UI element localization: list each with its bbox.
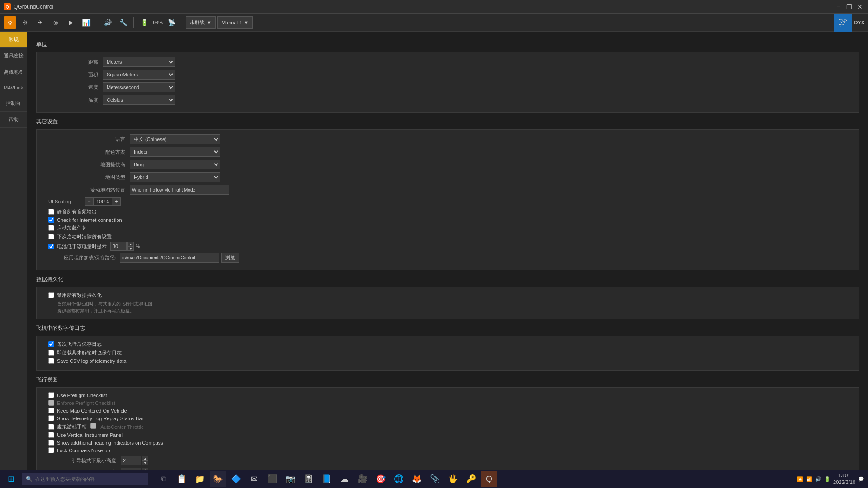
clear-settings-checkbox[interactable] [48,234,54,239]
taskbar-search-box[interactable]: 🔍 [22,473,148,485]
stream-pos-input[interactable] [130,185,229,195]
sidebar-item-help[interactable]: 帮助 [0,112,27,128]
battery-warn-input[interactable] [110,242,127,251]
battery-warn-checkbox[interactable] [48,244,54,249]
mute-button[interactable]: 🔊 [101,16,114,29]
sidebar-item-offline-maps[interactable]: 离线地图 [0,64,27,80]
persistence-section-title: 数据持久化 [36,276,859,283]
main-layout: 常规 通讯连接 离线地图 MAVLink 控制台 帮助 单位 距离 Meters… [0,32,868,470]
telemetry-replay-row: Show Telemetry Log Replay Status Bar [44,415,851,421]
app-taskbar-12[interactable]: 🎯 [373,471,389,487]
disable-persistence-checkbox[interactable] [48,292,54,298]
mute-audio-checkbox[interactable] [48,209,54,215]
area-label: 面积 [44,71,98,78]
speed-select[interactable]: Meters/second Feet/second [103,82,175,92]
lock-compass-checkbox[interactable] [48,447,54,453]
app-taskbar-5[interactable]: ✉ [246,471,262,487]
taskview-button[interactable]: ⧉ [156,471,172,487]
guided-min-down-button[interactable]: ▼ [142,460,148,465]
settings-button[interactable]: ⚙ [18,16,32,29]
map-type-select[interactable]: Hybrid Satellite Street [130,172,220,182]
battery-warn-up-button[interactable]: ▲ [127,242,134,246]
distance-select[interactable]: Meters Feet [103,57,175,67]
app-logo-button[interactable]: Q [4,16,16,29]
lock-button[interactable]: 未解锁 ▼ [186,16,216,29]
map-provider-select[interactable]: Bing Google [130,160,220,169]
wrench-button[interactable]: 🔧 [116,16,130,29]
vehicle-button[interactable]: ✈ [33,16,47,29]
language-row: 语言 中文 (Chinese) English [44,134,851,144]
virtual-joystick-checkbox[interactable] [48,424,54,430]
app-path-input[interactable] [120,253,219,263]
app-taskbar-18[interactable]: Q [481,471,497,487]
app-taskbar-4[interactable]: 🔷 [228,471,244,487]
heading-indicators-checkbox[interactable] [48,440,54,446]
auto-load-checkbox[interactable] [48,225,54,231]
app-taskbar-17[interactable]: 🔑 [463,471,479,487]
sidebar-item-mavlink[interactable]: MAVLink [0,80,27,95]
units-section-box: 距离 Meters Feet 面积 SquareMeters SquareFee… [36,52,859,113]
app-taskbar-8[interactable]: 📓 [300,471,316,487]
start-button[interactable]: ⊞ [4,472,18,486]
analyze-button[interactable]: 📊 [80,16,93,29]
check-internet-checkbox[interactable] [48,217,54,223]
battery-pct-label: % [136,244,140,249]
restore-button[interactable]: ❐ [844,2,854,11]
brand-logo: 🕊 [834,14,852,32]
gps-button[interactable]: 📡 [165,16,178,29]
vertical-panel-checkbox[interactable] [48,432,54,438]
tray-clock[interactable]: 13:01 2022/3/10 [833,472,855,486]
save-unarmed-checkbox[interactable] [48,350,54,356]
telemetry-replay-checkbox[interactable] [48,415,54,421]
sidebar-item-comm[interactable]: 通讯连接 [0,48,27,64]
sidebar-item-general[interactable]: 常规 [0,32,27,48]
flight-view-section-title: 飞行视图 [36,376,859,384]
app-taskbar-7[interactable]: 📷 [282,471,298,487]
color-scheme-select[interactable]: Indoor Outdoor [130,147,220,157]
enforce-preflight-checkbox[interactable] [48,400,54,406]
minimize-button[interactable]: − [834,2,843,11]
app-taskbar-13[interactable]: 🌐 [391,471,407,487]
browse-button[interactable]: 浏览 [221,253,239,263]
scale-plus-button[interactable]: + [112,197,121,206]
save-after-flight-checkbox[interactable] [48,341,54,347]
app-taskbar-6[interactable]: ⬛ [264,471,280,487]
language-select[interactable]: 中文 (Chinese) English [130,134,220,144]
fly-button[interactable]: ▶ [64,16,78,29]
app-taskbar-16[interactable]: 🖐 [445,471,461,487]
titlebar-controls: − ❐ ✕ [834,2,864,11]
app-taskbar-9[interactable]: 📘 [318,471,335,487]
app-taskbar-1[interactable]: 📋 [174,471,190,487]
app-taskbar-10[interactable]: ☁ [336,471,353,487]
units-section-title: 单位 [36,41,859,48]
close-button[interactable]: ✕ [855,2,864,11]
persistence-desc-line1: 当禁用个性地图时，与其相关的飞行日志和地图 [57,300,851,307]
taskbar-apps: ⧉ 📋 📁 🐎 🔷 ✉ ⬛ 📷 📓 📘 ☁ 🎥 🎯 🌐 🦊 📎 🖐 🔑 Q [156,471,497,487]
save-csv-checkbox[interactable] [48,358,54,364]
app-taskbar-3[interactable]: 🐎 [210,471,226,487]
map-centered-checkbox[interactable] [48,408,54,413]
app-taskbar-14[interactable]: 🦊 [409,471,425,487]
virtual-joystick-row: 虚拟游戏手柄 AutoCenter Throttle [44,423,851,430]
autocenter-throttle-icon: AutoCenter Throttle [90,423,144,430]
ui-scaling-row: UI Scaling − 100% + [44,197,851,206]
area-select[interactable]: SquareMeters SquareFeet [103,70,175,80]
temp-select[interactable]: Celsius Fahrenheit [103,95,175,105]
guided-min-up-button[interactable]: ▲ [142,456,148,460]
tray-time: 13:01 [833,472,855,479]
plan-button[interactable]: ◎ [49,16,62,29]
scale-minus-button[interactable]: − [85,197,94,206]
taskbar-tray: 🔼 📶 🔊 🔋 13:01 2022/3/10 💬 [797,472,864,486]
guided-min-input[interactable] [121,456,141,465]
battery-warn-down-button[interactable]: ▼ [127,246,134,251]
mode-button[interactable]: Manual 1 ▼ [217,16,253,29]
sidebar-item-console[interactable]: 控制台 [0,95,27,112]
taskbar-search-input[interactable] [35,476,135,482]
app-taskbar-15[interactable]: 📎 [427,471,443,487]
app-taskbar-11[interactable]: 🎥 [354,471,371,487]
autocenter-throttle-checkbox[interactable] [90,423,96,429]
app-taskbar-2[interactable]: 📁 [192,471,208,487]
flight-log-section-title: 飞机中的数字传日志 [36,324,859,332]
preflight-checklist-checkbox[interactable] [48,392,54,398]
battery-button[interactable]: 🔋 [137,16,151,29]
